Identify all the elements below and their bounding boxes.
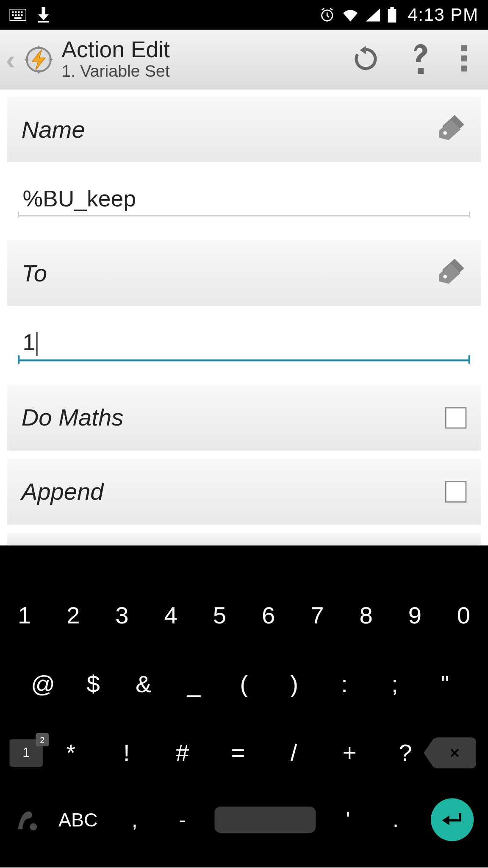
append-checkbox[interactable] [445, 481, 467, 503]
svg-point-23 [444, 131, 447, 134]
key-equals[interactable]: = [210, 739, 266, 766]
key-1[interactable]: 1 [0, 602, 49, 629]
append-label: Append [22, 479, 104, 505]
key-5[interactable]: 5 [195, 602, 244, 629]
svg-rect-9 [14, 17, 22, 19]
svg-rect-3 [18, 11, 19, 13]
svg-rect-2 [15, 11, 17, 13]
content-area: Name %BU_keep To 1 Do Maths Append [0, 89, 488, 545]
key-2[interactable]: 2 [49, 602, 97, 629]
key-7[interactable]: 7 [293, 602, 341, 629]
key-numlock[interactable]: 1 2 [10, 739, 43, 766]
svg-point-25 [30, 823, 37, 831]
key-semicolon[interactable]: ; [370, 670, 420, 697]
keyboard-row-4: ABC , - ' . [0, 787, 488, 853]
key-abc[interactable]: ABC [45, 809, 111, 831]
key-period[interactable]: . [372, 807, 420, 832]
svg-rect-22 [461, 65, 467, 71]
svg-rect-15 [391, 7, 394, 9]
overflow-menu-button[interactable] [460, 45, 468, 74]
key-dollar[interactable]: $ [68, 670, 119, 697]
svg-marker-26 [442, 815, 449, 825]
key-4[interactable]: 4 [147, 602, 195, 629]
battery-icon [388, 7, 397, 23]
do-maths-label: Do Maths [22, 404, 124, 431]
tag-icon[interactable] [437, 259, 466, 287]
key-lparen[interactable]: ( [219, 670, 269, 697]
svg-rect-10 [42, 7, 45, 16]
status-time: 4:13 PM [408, 5, 478, 25]
key-dash[interactable]: - [158, 807, 206, 832]
undo-button[interactable] [352, 45, 380, 74]
key-star[interactable]: * [43, 739, 99, 766]
svg-rect-12 [38, 21, 49, 22]
name-input[interactable]: %BU_keep [18, 180, 470, 217]
download-icon [37, 7, 50, 23]
tag-icon[interactable] [437, 115, 466, 144]
status-bar: 4:13 PM [0, 0, 488, 30]
svg-rect-20 [461, 45, 467, 51]
svg-rect-7 [18, 14, 19, 16]
key-hash[interactable]: # [155, 739, 211, 766]
key-space[interactable] [214, 807, 316, 833]
key-comma[interactable]: , [111, 807, 159, 832]
svg-rect-8 [21, 14, 22, 16]
key-at[interactable]: @ [18, 670, 68, 697]
key-plus[interactable]: + [322, 739, 377, 766]
signal-icon [366, 8, 380, 22]
help-button[interactable] [409, 43, 431, 76]
key-bang[interactable]: ! [99, 739, 155, 766]
key-6[interactable]: 6 [244, 602, 293, 629]
key-underscore[interactable]: _ [169, 670, 219, 697]
svg-rect-6 [15, 14, 17, 16]
svg-point-24 [444, 275, 447, 278]
soft-keyboard: 1 2 3 4 5 6 7 8 9 0 @ $ & _ ( ) : ; " 1 … [0, 545, 488, 868]
key-amp[interactable]: & [118, 670, 169, 697]
svg-rect-21 [461, 55, 467, 61]
key-9[interactable]: 9 [391, 602, 439, 629]
swype-icon[interactable] [10, 808, 45, 832]
keyboard-row-2: @ $ & _ ( ) : ; " [0, 650, 488, 718]
svg-marker-14 [366, 8, 380, 22]
key-backspace[interactable] [433, 737, 476, 768]
key-rparen[interactable]: ) [269, 670, 319, 697]
append-row[interactable]: Append [7, 459, 481, 525]
alarm-icon [319, 7, 335, 23]
back-button[interactable]: ‹ [6, 43, 16, 75]
to-section-header: To [7, 240, 481, 306]
key-quote[interactable]: " [420, 670, 470, 697]
key-colon[interactable]: : [319, 670, 370, 697]
svg-rect-4 [21, 11, 22, 13]
do-maths-row[interactable]: Do Maths [7, 385, 481, 451]
key-3[interactable]: 3 [97, 602, 146, 629]
keyboard-notif-icon [10, 9, 26, 21]
key-slash[interactable]: / [266, 739, 322, 766]
svg-marker-11 [38, 14, 49, 20]
tasker-app-icon [21, 42, 57, 77]
key-8[interactable]: 8 [341, 602, 390, 629]
app-header: ‹ Action Edit 1. Variable Set [0, 30, 488, 89]
keyboard-row-1: 1 2 3 4 5 6 7 8 9 0 [0, 581, 488, 650]
svg-rect-16 [388, 9, 396, 22]
to-input[interactable]: 1 [18, 324, 470, 362]
name-label: Name [22, 116, 85, 143]
svg-marker-19 [360, 46, 366, 54]
to-label: To [22, 260, 47, 287]
wifi-icon [342, 8, 359, 22]
key-0[interactable]: 0 [439, 602, 488, 629]
svg-rect-5 [12, 14, 14, 16]
page-subtitle: 1. Variable Set [61, 63, 347, 81]
name-section-header: Name [7, 97, 481, 162]
page-title: Action Edit [61, 38, 347, 63]
svg-rect-1 [12, 11, 14, 13]
next-row-peek [7, 533, 481, 545]
do-maths-checkbox[interactable] [445, 407, 467, 429]
keyboard-row-3: 1 2 * ! # = / + ? [0, 718, 488, 787]
key-enter[interactable] [431, 798, 474, 841]
key-apostrophe[interactable]: ' [324, 807, 372, 832]
